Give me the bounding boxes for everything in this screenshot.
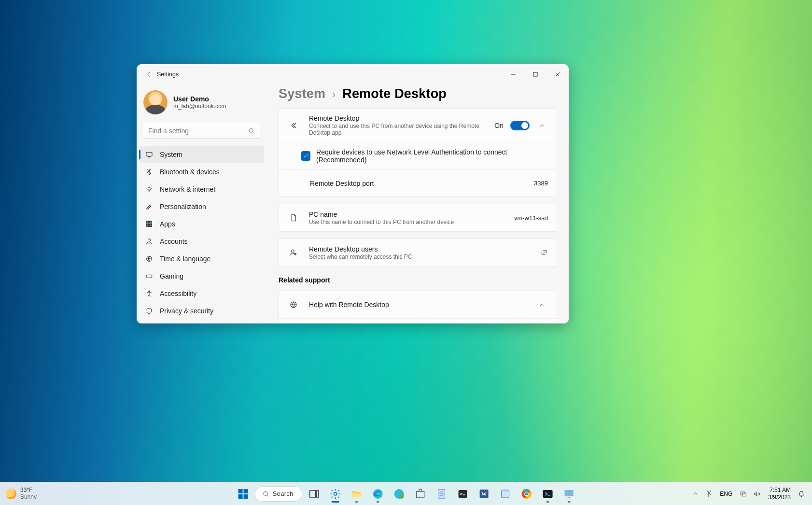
port-value: 3389 [534, 180, 548, 187]
svg-rect-22 [316, 491, 318, 497]
svg-rect-28 [416, 491, 424, 498]
help-title: Help with Remote Desktop [309, 301, 536, 309]
nav-network[interactable]: Network & internet [140, 181, 264, 198]
taskbar-app-edge[interactable] [368, 484, 387, 504]
nav-label: Accounts [160, 238, 188, 245]
tray-bluetooth-icon[interactable] [703, 489, 714, 499]
taskbar-app-chrome[interactable] [517, 484, 536, 504]
taskbar-app-notepad[interactable] [432, 484, 451, 504]
clock-date: 3/9/2023 [768, 494, 791, 501]
svg-rect-41 [742, 493, 746, 496]
taskbar-app-terminal[interactable] [453, 484, 472, 504]
related-support-header: Related support [279, 276, 557, 284]
pcname-title: PC name [309, 210, 514, 218]
nav-apps[interactable]: Apps [140, 215, 264, 233]
breadcrumb-root[interactable]: System [279, 86, 325, 101]
svg-rect-5 [146, 221, 149, 224]
nav-time-language[interactable]: Time & language [140, 250, 264, 267]
main-content: System › Remote Desktop Remote Desktop C… [267, 64, 569, 323]
pc-name-card: PC name Use this name to connect to this… [279, 204, 557, 232]
svg-rect-39 [567, 497, 570, 498]
nav-bluetooth[interactable]: Bluetooth & devices [140, 163, 264, 181]
svg-rect-18 [238, 494, 243, 499]
users-title: Remote Desktop users [309, 245, 540, 253]
taskbar-app-powershell[interactable] [538, 484, 557, 504]
taskbar-weather[interactable]: 33°F Sunny [3, 487, 37, 500]
svg-rect-8 [150, 224, 152, 227]
svg-point-13 [292, 250, 294, 252]
taskbar-clock[interactable]: 7:51 AM 3/9/2023 [765, 485, 794, 503]
nav-personalization[interactable]: Personalization [140, 198, 264, 215]
pc-name-row[interactable]: PC name Use this name to connect to this… [279, 204, 557, 231]
svg-rect-16 [238, 489, 243, 493]
taskbar-app-generic[interactable] [495, 484, 515, 504]
taskbar-app-word[interactable]: W [474, 484, 493, 504]
user-display-name: User Demo [173, 95, 226, 103]
nla-checkbox[interactable] [301, 151, 310, 161]
chevron-right-icon: › [332, 88, 336, 100]
rd-port-row: Remote Desktop port 3389 [279, 169, 557, 196]
nav-accounts[interactable]: Accounts [140, 233, 264, 250]
search-input[interactable] [143, 123, 260, 139]
sidebar: User Demo m_lab@outlook.com System Bluet… [137, 64, 267, 323]
notification-button[interactable] [797, 489, 806, 499]
nav-privacy[interactable]: Privacy & security [140, 302, 264, 320]
avatar [143, 90, 168, 114]
nav-label: Accessibility [160, 290, 196, 297]
account-info[interactable]: User Demo m_lab@outlook.com [137, 87, 267, 119]
nav-gaming[interactable]: Gaming [140, 267, 264, 285]
expand-button[interactable] [536, 120, 548, 131]
nav-windows-update[interactable]: Windows Update [140, 320, 264, 323]
svg-rect-0 [533, 72, 537, 76]
maximize-button[interactable] [524, 64, 546, 84]
taskbar-app-edge-canary[interactable] [389, 484, 408, 504]
task-view-button[interactable] [304, 484, 323, 504]
nav-system[interactable]: System [140, 146, 264, 163]
nav-label: Gaming [160, 272, 183, 280]
nav-accessibility[interactable]: Accessibility [140, 285, 264, 302]
wifi-icon [145, 185, 153, 193]
close-button[interactable] [546, 64, 569, 84]
remote-desktop-toggle[interactable] [510, 121, 530, 130]
monitor-icon [145, 151, 153, 158]
taskbar-center: Search W [234, 484, 579, 504]
setup-remote-desktop-link[interactable]: Setting up remote desktop [279, 318, 557, 323]
svg-rect-24 [352, 493, 361, 497]
nav-label: Privacy & security [160, 307, 213, 315]
shield-icon [145, 307, 153, 315]
svg-rect-6 [150, 221, 152, 224]
document-icon [288, 212, 299, 224]
title-bar: Settings [137, 64, 569, 84]
gamepad-icon [145, 272, 153, 280]
remote-desktop-icon [288, 120, 299, 131]
pcname-value: vm-w11-ssd [514, 214, 548, 222]
taskbar-app-explorer[interactable] [347, 484, 366, 504]
accessibility-icon [145, 290, 153, 297]
svg-point-9 [148, 239, 150, 241]
nla-row[interactable]: Require devices to use Network Level Aut… [279, 142, 557, 169]
rd-subtitle: Connect to and use this PC from another … [309, 123, 494, 136]
back-button[interactable] [142, 68, 156, 81]
language-indicator[interactable]: ENG [717, 489, 735, 499]
person-icon [145, 238, 153, 245]
start-button[interactable] [234, 484, 253, 504]
taskbar-app-settings[interactable] [325, 484, 345, 504]
weather-temp: 33°F [20, 487, 37, 493]
taskbar-app-store[interactable] [410, 484, 430, 504]
svg-rect-21 [309, 491, 315, 497]
minimize-button[interactable] [502, 64, 524, 84]
taskbar-search[interactable]: Search [255, 486, 303, 502]
taskbar-app-monitor[interactable] [559, 484, 578, 504]
remote-desktop-header-row[interactable]: Remote Desktop Connect to and use this P… [279, 109, 557, 142]
svg-rect-19 [244, 494, 248, 499]
system-tray: ENG 7:51 AM 3/9/2023 [690, 485, 809, 503]
tray-network-icon[interactable] [738, 489, 749, 499]
tray-volume-icon[interactable] [752, 489, 762, 499]
nla-label: Require devices to use Network Level Aut… [316, 148, 548, 164]
expand-button[interactable] [536, 299, 548, 310]
rd-users-row[interactable]: Remote Desktop users Select who can remo… [279, 239, 557, 266]
help-with-rd-row[interactable]: Help with Remote Desktop [279, 291, 557, 318]
tray-overflow[interactable] [690, 489, 700, 499]
apps-icon [145, 220, 153, 228]
settings-window: Settings User Demo m_lab@outlook.com [137, 64, 569, 323]
